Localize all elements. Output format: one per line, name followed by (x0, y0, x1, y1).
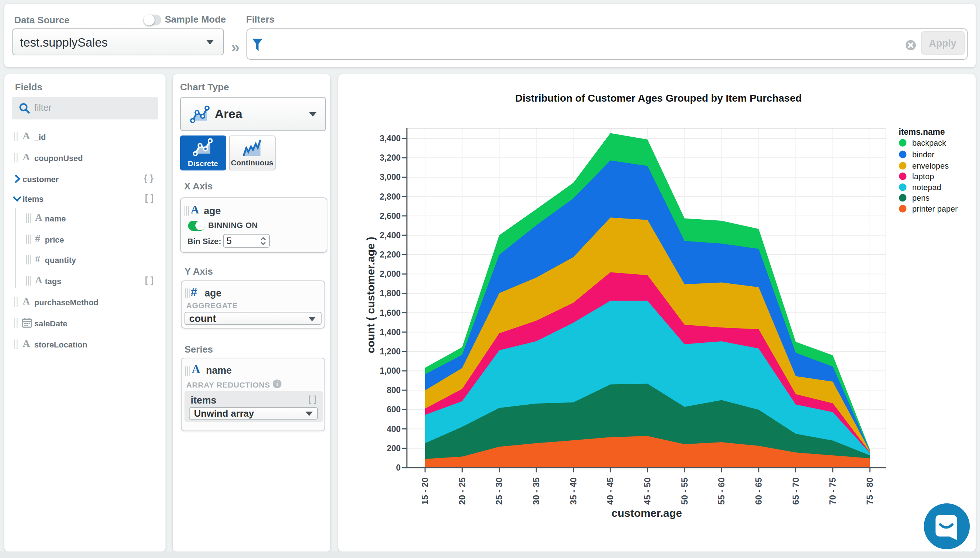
svg-text:laptop: laptop (912, 172, 934, 181)
svg-text:1,600: 1,600 (379, 308, 400, 318)
svg-text:70 - 75: 70 - 75 (827, 478, 837, 505)
svg-text:notepad: notepad (912, 183, 941, 192)
svg-text:customer.age: customer.age (611, 507, 682, 519)
svg-text:55 - 60: 55 - 60 (716, 478, 726, 505)
svg-text:800: 800 (387, 386, 400, 395)
svg-text:count ( customer.age ): count ( customer.age ) (364, 237, 376, 353)
svg-text:45 - 50: 45 - 50 (642, 478, 652, 505)
svg-text:50 - 55: 50 - 55 (679, 478, 689, 505)
svg-text:65 - 70: 65 - 70 (791, 478, 800, 505)
svg-text:1,000: 1,000 (379, 366, 400, 376)
svg-text:2,800: 2,800 (379, 192, 400, 202)
svg-text:3,200: 3,200 (379, 153, 400, 162)
svg-text:2,400: 2,400 (379, 231, 400, 240)
svg-text:35 - 40: 35 - 40 (568, 478, 578, 505)
svg-text:1,400: 1,400 (379, 327, 400, 337)
svg-text:backpack: backpack (912, 138, 946, 148)
svg-text:2,200: 2,200 (379, 250, 400, 259)
svg-text:Distribution of Customer Ages: Distribution of Customer Ages Grouped by… (515, 92, 801, 104)
svg-text:3,000: 3,000 (379, 172, 400, 182)
svg-text:75 - 80: 75 - 80 (865, 478, 874, 505)
svg-text:600: 600 (387, 405, 400, 414)
svg-text:2,600: 2,600 (379, 211, 400, 221)
svg-text:envelopes: envelopes (912, 161, 948, 171)
svg-text:printer paper: printer paper (912, 204, 957, 213)
svg-text:i: i (276, 380, 277, 387)
svg-text:1,200: 1,200 (379, 347, 400, 356)
svg-text:20 - 25: 20 - 25 (457, 478, 467, 505)
svg-text:2,000: 2,000 (379, 269, 400, 279)
svg-text:25 - 30: 25 - 30 (494, 478, 504, 505)
svg-text:1,800: 1,800 (379, 289, 400, 298)
svg-text:binder: binder (912, 150, 934, 159)
svg-text:400: 400 (387, 424, 400, 434)
svg-text:pens: pens (912, 194, 929, 202)
svg-text:items.name: items.name (898, 127, 945, 136)
svg-text:3,400: 3,400 (379, 134, 400, 143)
svg-text:60 - 65: 60 - 65 (753, 478, 763, 505)
svg-text:200: 200 (387, 444, 400, 453)
svg-text:0: 0 (395, 463, 400, 473)
svg-text:40 - 45: 40 - 45 (605, 478, 615, 505)
svg-text:30 - 35: 30 - 35 (531, 478, 541, 505)
svg-text:15 - 20: 15 - 20 (420, 478, 430, 505)
